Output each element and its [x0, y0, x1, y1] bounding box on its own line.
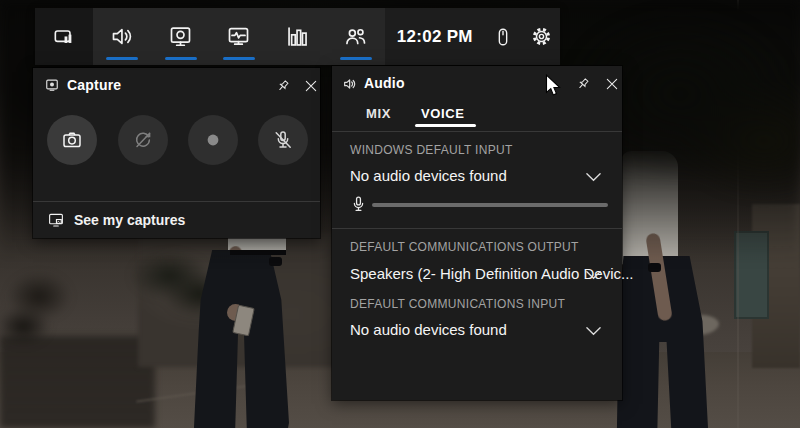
captures-gallery-icon	[47, 211, 65, 229]
see-my-captures-link[interactable]: See my captures	[47, 211, 185, 229]
pin-button[interactable]	[574, 75, 592, 93]
tab-mix[interactable]: MIX	[366, 106, 391, 121]
audio-panel-header: Audio	[332, 66, 622, 100]
toolbar-right-section: 12:02 PM	[385, 8, 560, 65]
person-right-watch	[648, 263, 661, 272]
people-icon	[342, 23, 369, 50]
mic-volume-slider[interactable]	[372, 203, 608, 207]
mic-muted-icon	[271, 128, 295, 152]
section-divider	[332, 228, 622, 229]
close-icon	[303, 78, 319, 94]
clock: 12:02 PM	[385, 27, 484, 47]
mic-volume-row	[346, 192, 608, 218]
record-icon	[201, 128, 225, 152]
active-underline	[106, 57, 138, 60]
widget-menu-icon	[51, 24, 77, 50]
record-last-30s-button[interactable]	[118, 115, 168, 165]
gear-icon	[530, 25, 553, 48]
take-screenshot-button[interactable]	[47, 115, 97, 165]
toolbar-lfg-button[interactable]	[327, 8, 385, 65]
performance-icon	[284, 23, 311, 50]
section-label: WINDOWS DEFAULT INPUT	[350, 143, 513, 157]
widget-menu-button[interactable]	[35, 8, 93, 65]
toolbar-mouse-button[interactable]	[484, 26, 522, 48]
active-underline	[223, 57, 255, 60]
photo-debris	[0, 262, 78, 348]
speaker-icon	[109, 23, 136, 50]
toolbar-capture-button[interactable]	[151, 8, 209, 65]
close-icon	[604, 76, 620, 92]
capture-panel-title: Capture	[67, 77, 121, 93]
section-label: DEFAULT COMMUNICATIONS OUTPUT	[350, 240, 579, 254]
audio-widget-icon	[342, 76, 358, 92]
audio-panel-title: Audio	[364, 75, 405, 91]
active-underline	[165, 57, 197, 60]
close-button[interactable]	[302, 77, 320, 95]
toolbar-broadcast-button[interactable]	[210, 8, 268, 65]
chevron-down-icon[interactable]	[585, 171, 602, 183]
microphone-icon	[348, 194, 369, 215]
capture-panel: Capture	[33, 68, 320, 238]
capture-panel-header: Capture	[33, 68, 320, 102]
default-comm-output-dropdown[interactable]: Speakers (2- High Definition Audio Devic…	[350, 265, 608, 287]
default-comm-input-dropdown[interactable]: No audio devices found	[350, 321, 608, 343]
pin-button[interactable]	[274, 77, 292, 95]
see-my-captures-label: See my captures	[74, 212, 185, 228]
tab-voice[interactable]: VOICE	[421, 106, 464, 121]
active-underline	[340, 57, 372, 60]
dropdown-value: No audio devices found	[350, 167, 507, 184]
section-label: DEFAULT COMMUNICATIONS INPUT	[350, 297, 565, 311]
toolbar-settings-button[interactable]	[522, 25, 560, 48]
audio-panel: Audio MIX VOICE WINDOWS DEFAULT INPUT No…	[332, 66, 622, 400]
camera-icon	[60, 128, 84, 152]
pin-icon	[275, 78, 291, 94]
toolbar-widget-toggles	[93, 8, 385, 65]
mouse-cursor	[545, 74, 563, 100]
toolbar-performance-button[interactable]	[268, 8, 326, 65]
chevron-down-icon[interactable]	[585, 325, 602, 337]
dropdown-value: No audio devices found	[350, 321, 507, 338]
capture-icon	[167, 23, 194, 50]
toolbar-audio-button[interactable]	[93, 8, 151, 65]
start-recording-button[interactable]	[188, 115, 238, 165]
close-button[interactable]	[603, 75, 621, 93]
chevron-down-icon[interactable]	[585, 269, 602, 281]
game-bar-toolbar: 12:02 PM	[35, 8, 560, 65]
mouse-icon	[492, 26, 514, 48]
pin-icon	[575, 76, 591, 92]
broadcast-icon	[225, 23, 252, 50]
photo-ground-left	[0, 336, 155, 428]
capture-widget-icon	[45, 78, 59, 92]
record-last-icon	[131, 128, 155, 152]
capture-panel-divider	[33, 201, 320, 202]
selected-tab-underline	[415, 124, 476, 127]
mic-toggle-button[interactable]	[258, 115, 308, 165]
tabs-divider	[332, 131, 622, 132]
windows-default-input-dropdown[interactable]: No audio devices found	[350, 167, 608, 189]
